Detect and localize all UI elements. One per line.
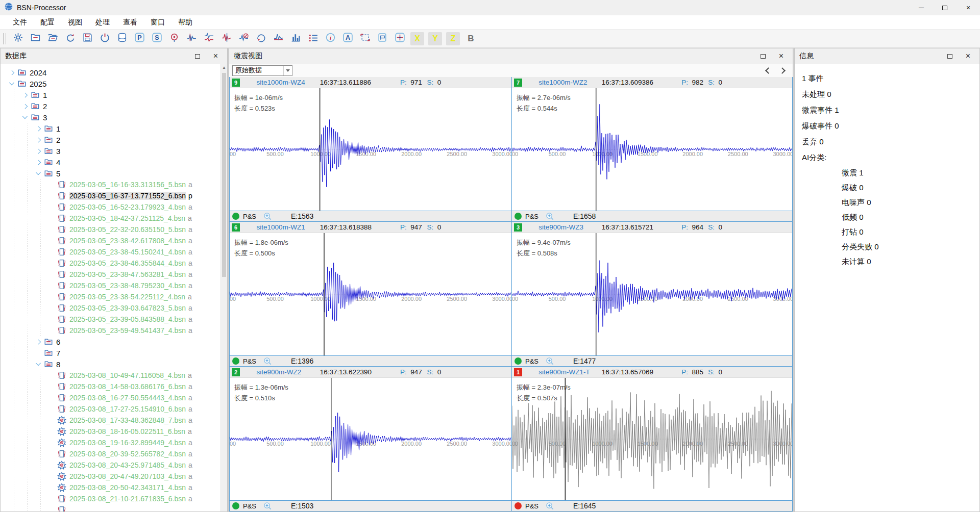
tree-file[interactable]: 2025-03-08_16-27-50.554443_4.bsna bbox=[1, 392, 227, 403]
tree-file[interactable]: 2025-03-05_23-38-47.563281_4.bsna bbox=[1, 269, 227, 280]
menu-item-3[interactable]: 视图 bbox=[61, 16, 89, 29]
tree-folder[interactable]: 2 bbox=[1, 134, 227, 145]
tree-file[interactable]: 2025-03-08_20-47-49.207103_4.bsna bbox=[1, 471, 227, 482]
tree-file[interactable]: 2025-03-08_18-16-05.022511_6.bsna bbox=[1, 426, 227, 437]
toolbar-axis-z-toggle[interactable]: Z bbox=[446, 32, 460, 45]
tree-file[interactable]: 2025-03-05_16-52-23.179923_4.bsna bbox=[1, 201, 227, 213]
menu-item-7[interactable]: 帮助 bbox=[172, 16, 199, 29]
tree-file[interactable]: 2025-03-08_20-39-52.565782_4.bsna bbox=[1, 448, 227, 459]
waveform-panel-float-button[interactable] bbox=[761, 54, 766, 59]
expander-icon[interactable] bbox=[21, 89, 30, 100]
tree-file[interactable]: 2025-03-05_23-38-46.355844_4.bsna bbox=[1, 258, 227, 269]
toolbar-rotate-wave-button[interactable] bbox=[253, 32, 268, 46]
waveform-plot[interactable]: 00500.001000.001500.002000.002500.003000… bbox=[230, 88, 511, 211]
tree-folder[interactable]: 2 bbox=[1, 100, 227, 112]
menu-item-6[interactable]: 窗口 bbox=[144, 16, 172, 29]
expander-icon[interactable] bbox=[34, 145, 43, 157]
expander-icon[interactable] bbox=[21, 100, 30, 112]
tree-folder[interactable]: 2025 bbox=[1, 78, 227, 89]
tree-file[interactable]: 2025-03-05_22-32-20.635150_5.bsna bbox=[1, 224, 227, 235]
tree-file[interactable]: 2025-03-05_23-38-45.150241_4.bsna bbox=[1, 246, 227, 258]
expander-icon[interactable] bbox=[8, 67, 17, 78]
menu-item-2[interactable]: 配置 bbox=[34, 16, 61, 29]
toolbar-event-list-button[interactable] bbox=[305, 32, 321, 46]
toolbar-axis-y-toggle[interactable]: Y bbox=[428, 32, 442, 45]
tree-folder[interactable]: 8 bbox=[1, 359, 227, 370]
tree-file[interactable]: 2025-03-05_23-38-54.225112_4.bsna bbox=[1, 291, 227, 302]
waveform-plot[interactable]: 00500.001000.001500.002000.002500.003000… bbox=[230, 378, 511, 500]
toolbar-wave-single-button[interactable] bbox=[184, 32, 199, 46]
menu-item-5[interactable]: 查看 bbox=[116, 16, 144, 29]
expander-icon[interactable] bbox=[21, 112, 30, 123]
tree-folder[interactable]: 7 bbox=[1, 347, 227, 359]
tree-file[interactable]: 2025-03-05_23-38-42.617808_4.bsna bbox=[1, 235, 227, 246]
toolbar-wave-baseline-button[interactable] bbox=[271, 32, 286, 46]
data-mode-select[interactable]: 原始数据 bbox=[232, 65, 292, 76]
tree-file[interactable]: 2025-03-05_16-16-33.313156_5.bsna bbox=[1, 179, 227, 190]
waveform-plot[interactable]: 00500.001000.001500.002000.002500.003000… bbox=[512, 378, 792, 500]
menu-item-1[interactable]: 文件 bbox=[6, 16, 34, 29]
expander-icon[interactable] bbox=[34, 359, 43, 370]
expander-icon[interactable] bbox=[34, 123, 43, 134]
toolbar-select-region-button[interactable] bbox=[357, 32, 373, 46]
toolbar-power-timer-button[interactable] bbox=[97, 32, 112, 46]
tree-file[interactable]: 2025-03-08_20-50-42.343171_4.bsna bbox=[1, 482, 227, 493]
zoom-in-icon[interactable] bbox=[546, 502, 554, 510]
prev-event-button[interactable] bbox=[765, 67, 772, 74]
tree-file[interactable]: 2025-03-05_23-59-49.541437_4.bsna bbox=[1, 325, 227, 336]
scroll-up-icon[interactable]: ▲ bbox=[221, 64, 227, 71]
window-minimize-button[interactable]: ─ bbox=[910, 0, 933, 15]
tree-file[interactable]: 2025-03-08_14-58-03.686176_6.bsna bbox=[1, 381, 227, 392]
expander-icon[interactable] bbox=[34, 336, 43, 347]
next-event-button[interactable] bbox=[779, 67, 786, 74]
toolbar-redo-arrow-button[interactable] bbox=[62, 32, 78, 46]
toolbar-save-floppy-button[interactable] bbox=[80, 32, 95, 46]
tree-file[interactable]: 2025-03-05_18-42-37.251125_4.bsna bbox=[1, 213, 227, 224]
toolbar-open-folder-button[interactable] bbox=[45, 32, 60, 46]
expander-icon[interactable] bbox=[34, 134, 43, 145]
expander-icon[interactable] bbox=[8, 78, 17, 89]
tree-file[interactable]: 2025-03-08_17-27-25.154910_6.bsna bbox=[1, 403, 227, 415]
waveform-plot[interactable]: 00500.001000.001500.002000.002500.003000… bbox=[512, 233, 792, 355]
toolbar-bold-toggle[interactable]: B bbox=[464, 32, 478, 45]
info-panel-float-button[interactable] bbox=[947, 54, 952, 59]
expander-icon[interactable] bbox=[34, 168, 43, 179]
tree-folder[interactable]: 2024 bbox=[1, 67, 227, 78]
zoom-in-icon[interactable] bbox=[546, 212, 554, 221]
toolbar-settings-gear-button[interactable] bbox=[10, 32, 26, 46]
toolbar-info-circle-button[interactable]: i bbox=[323, 32, 338, 46]
toolbar-p-marker-button[interactable]: P bbox=[132, 32, 147, 46]
tree-file[interactable]: 2025-03-08_10-49-47.116058_4.bsna bbox=[1, 370, 227, 381]
window-maximize-button[interactable] bbox=[933, 0, 957, 15]
zoom-in-icon[interactable] bbox=[546, 357, 554, 366]
toolbar-wave-pick-button[interactable] bbox=[218, 32, 234, 46]
zoom-in-icon[interactable] bbox=[263, 357, 272, 366]
menu-item-4[interactable]: 处理 bbox=[89, 16, 116, 29]
waveform-panel-close-button[interactable]: × bbox=[779, 54, 783, 59]
tree-file[interactable]: 2025-03-08_19-16-32.899449_4.bsna bbox=[1, 437, 227, 448]
scroll-thumb[interactable] bbox=[222, 73, 226, 277]
database-panel-float-button[interactable] bbox=[195, 54, 200, 59]
tree-file[interactable]: 2025-03-05_23-38-48.795230_4.bsna bbox=[1, 280, 227, 291]
waveform-plot[interactable]: 00500.001000.001500.002000.002500.003000… bbox=[230, 233, 511, 355]
toolbar-axis-x-toggle[interactable]: X bbox=[410, 32, 424, 45]
tree-folder[interactable]: 1 bbox=[1, 89, 227, 100]
toolbar-wave-cancel-button[interactable] bbox=[236, 32, 251, 46]
window-close-button[interactable]: × bbox=[957, 0, 980, 15]
waveform-plot[interactable]: 00500.001000.001500.002000.002500.003000… bbox=[512, 88, 792, 211]
expander-icon[interactable] bbox=[34, 157, 43, 168]
tree-file[interactable]: 2025-03-05_23-39-03.647823_5.bsna bbox=[1, 302, 227, 314]
tree-folder[interactable]: 5 bbox=[1, 168, 227, 179]
tree-file[interactable]: 2025-03-08_17-33-48.362848_7.bsna bbox=[1, 415, 227, 426]
tree-folder[interactable]: 4 bbox=[1, 157, 227, 168]
tree-folder[interactable]: 3 bbox=[1, 145, 227, 157]
tree-file[interactable] bbox=[1, 504, 227, 511]
zoom-in-icon[interactable] bbox=[263, 502, 272, 510]
tree-scrollbar[interactable]: ▲ bbox=[220, 64, 227, 511]
toolbar-crosshair-button[interactable] bbox=[392, 32, 407, 46]
tree-folder[interactable]: 3 bbox=[1, 112, 227, 123]
toolbar-histogram-button[interactable] bbox=[288, 32, 303, 46]
toolbar-wave-double-button[interactable] bbox=[201, 32, 216, 46]
toolbar-database-button[interactable] bbox=[114, 32, 130, 46]
toolbar-text-label-button[interactable]: A bbox=[340, 32, 355, 46]
